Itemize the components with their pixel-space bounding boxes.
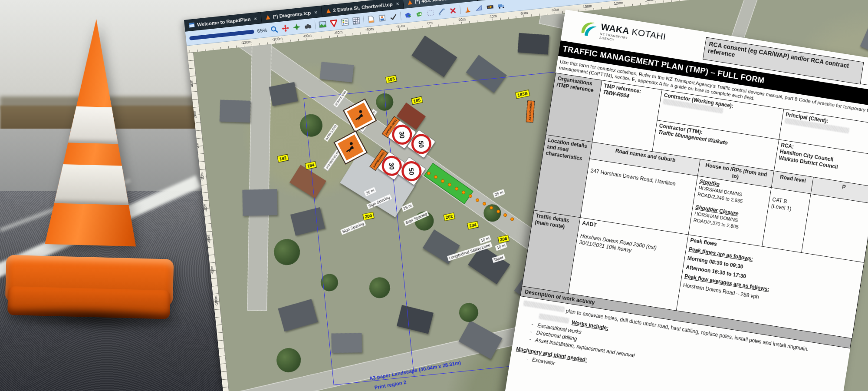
scrollbar-thumb[interactable] (189, 30, 254, 40)
ruler-label: -60m (334, 30, 343, 35)
tree (273, 238, 301, 266)
worker-symbol-icon (343, 140, 358, 155)
house-number-label[interactable]: 192 (277, 154, 289, 163)
toolbar-separator (315, 20, 316, 29)
ruler-label: -120m (241, 40, 252, 45)
posted-speed-cell (802, 194, 868, 262)
rotate-plan-icon[interactable] (292, 23, 301, 32)
building-roof (860, 26, 868, 60)
rp-cell: Stop/Go HORSHAM DOWNS ROAD/2.240 to 2.93… (688, 176, 771, 246)
traffic-cone-photo (5, 17, 186, 317)
ruler-label: -20m (396, 23, 405, 29)
cone-icon (326, 8, 331, 13)
table-grid-icon[interactable] (352, 16, 361, 25)
close-icon[interactable]: × (254, 16, 257, 21)
ruler-label: -100m (272, 36, 283, 42)
delete-icon[interactable] (448, 6, 457, 15)
ruler-label: -100m (214, 295, 219, 306)
ruler-label: -80m (303, 33, 312, 39)
cone-icon (408, 0, 412, 4)
building-roof (320, 62, 354, 83)
ruler-label: 0m (427, 20, 433, 25)
region-outline-icon[interactable] (426, 8, 435, 17)
cone-reflective-band (16, 163, 168, 206)
cone-tool-icon[interactable] (463, 4, 472, 13)
cone-reflective-band (17, 105, 170, 145)
building-roof (518, 33, 549, 55)
building-roof (220, 100, 251, 123)
building-roof (411, 36, 457, 77)
cone-body (14, 17, 172, 264)
toolbar-separator (460, 5, 461, 14)
house-number-label[interactable]: 183 (385, 75, 397, 83)
koru-icon (578, 18, 598, 40)
ruler-label: 120m (614, 0, 623, 6)
close-icon[interactable]: × (314, 9, 318, 15)
taper-tool-icon[interactable] (474, 3, 483, 12)
pan-move-icon[interactable] (281, 23, 290, 33)
confirm-check-icon[interactable] (389, 12, 398, 21)
ruler-label: 60m (520, 10, 528, 16)
delineator-dot[interactable] (455, 187, 459, 191)
ruler-label: 100m (582, 4, 592, 9)
building-roof (269, 82, 298, 106)
ruler-label: 140m (645, 0, 654, 3)
ruler-label: 80m (552, 7, 559, 13)
giveway-sign-icon[interactable] (329, 19, 339, 28)
checklist-icon[interactable] (341, 17, 350, 27)
arrow-board-icon[interactable] (486, 2, 495, 11)
delineator-dot[interactable] (490, 206, 493, 210)
building-roof (242, 189, 277, 215)
zoom-level: 65% (257, 27, 267, 33)
tmp-ref-cell: TMP reference: TMW-R004 (592, 80, 662, 152)
truck-tool-icon[interactable] (497, 1, 506, 10)
print-info-line2: Print region 2 (374, 380, 407, 391)
tree (275, 347, 302, 374)
measure-icon[interactable] (437, 7, 446, 16)
zoom-search-icon[interactable] (270, 25, 279, 34)
new-page-icon[interactable] (366, 15, 375, 24)
window-icon (189, 23, 195, 28)
building-roof (278, 299, 318, 331)
background-image-icon[interactable] (318, 20, 327, 29)
composite-screenshot: { "window": { "tabs": [ {"label": "Welco… (0, 0, 868, 391)
temporary-sign[interactable]: TEMPORARY (526, 100, 535, 123)
worker-symbol-icon (353, 108, 367, 123)
ruler-label: 40m (490, 14, 497, 19)
toolbar-separator (363, 16, 364, 24)
work-area-green-icon[interactable] (415, 10, 424, 19)
cone-icon (266, 15, 270, 20)
ruler-label: 20m (458, 17, 466, 22)
toolbar-separator (400, 12, 401, 20)
export-page-icon[interactable] (378, 13, 387, 23)
work-area-blue-icon[interactable] (404, 11, 413, 20)
close-icon[interactable]: × (396, 1, 399, 7)
ruler-label: -40m (365, 27, 374, 32)
find-binoculars-icon[interactable] (303, 21, 312, 30)
tab-label: (*) Diagrams.tcp (273, 10, 311, 19)
